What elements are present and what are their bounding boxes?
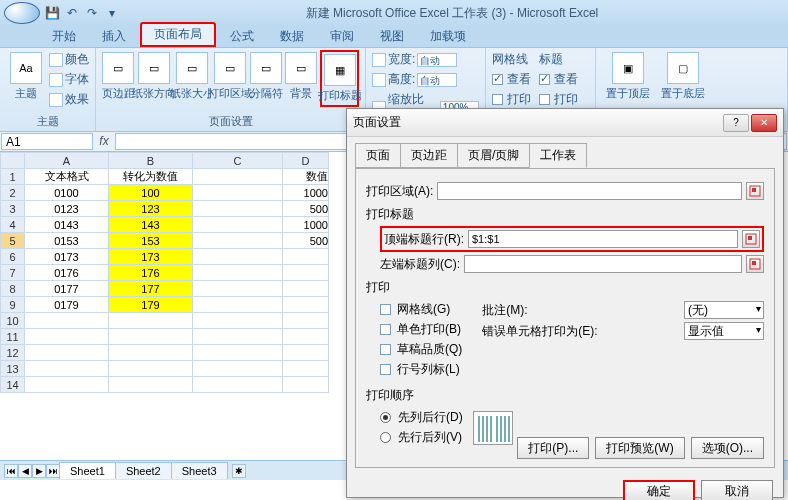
breaks-button[interactable]: ▭分隔符 [250,50,282,103]
cell[interactable] [193,185,283,201]
cell[interactable]: 177 [109,281,193,297]
cell[interactable] [193,281,283,297]
cell[interactable]: 转化为数值 [109,169,193,185]
sheet-tab-3[interactable]: Sheet3 [171,462,228,479]
cell[interactable]: 176 [109,265,193,281]
cell[interactable]: 0100 [25,185,109,201]
print-area-button[interactable]: ▭打印区域 [213,50,248,103]
fx-icon[interactable]: fx [94,132,114,151]
row-header[interactable]: 7 [1,265,25,281]
cell[interactable]: 173 [109,249,193,265]
chk-gridlines[interactable]: 网格线(G) [380,301,462,318]
cell[interactable] [193,169,283,185]
tab-insert[interactable]: 插入 [90,26,138,47]
headings-view-chk[interactable]: 查看 [539,70,578,89]
grid[interactable]: A B C D 1文本格式转化为数值数值20100100100030123123… [0,152,329,393]
col-header-c[interactable]: C [193,153,283,169]
height-combo[interactable]: 自动 [417,73,457,87]
tab-addins[interactable]: 加载项 [418,26,478,47]
row-header[interactable]: 5 [1,233,25,249]
cell[interactable]: 0177 [25,281,109,297]
dlg-tab-page[interactable]: 页面 [355,143,401,168]
qat-dropdown-icon[interactable]: ▾ [104,5,120,21]
chk-mono[interactable]: 单色打印(B) [380,321,462,338]
print-area-ref-icon[interactable] [746,182,764,200]
row-header[interactable]: 9 [1,297,25,313]
theme-fonts[interactable]: 字体 [49,70,89,89]
insert-sheet-icon[interactable]: ✱ [232,464,246,478]
name-box[interactable]: A1 [1,133,93,150]
cell[interactable]: 100 [109,185,193,201]
theme-effects[interactable]: 效果 [49,90,89,109]
left-col-ref-icon[interactable] [746,255,764,273]
cell[interactable]: 153 [109,233,193,249]
tab-view[interactable]: 视图 [368,26,416,47]
left-col-input[interactable] [464,255,742,273]
tab-nav-prev[interactable]: ◀ [18,464,32,478]
size-button[interactable]: ▭纸张大小 [175,50,210,103]
col-header-d[interactable]: D [283,153,329,169]
print-button[interactable]: 打印(P)... [517,437,589,459]
cell[interactable]: 数值 [283,169,329,185]
sheet-tab-2[interactable]: Sheet2 [115,462,172,479]
tab-review[interactable]: 审阅 [318,26,366,47]
cell[interactable]: 500 [283,233,329,249]
cell[interactable]: 文本格式 [25,169,109,185]
undo-icon[interactable]: ↶ [64,5,80,21]
row-header[interactable]: 11 [1,329,25,345]
row-header[interactable]: 14 [1,377,25,393]
chk-rowcol[interactable]: 行号列标(L) [380,361,462,378]
dlg-tab-headerfooter[interactable]: 页眉/页脚 [457,143,530,168]
cell[interactable] [193,297,283,313]
row-header[interactable]: 6 [1,249,25,265]
sheet-tab-1[interactable]: Sheet1 [59,462,116,479]
width-combo[interactable]: 自动 [417,53,457,67]
ok-button[interactable]: 确定 [623,480,695,500]
radio-over-down[interactable]: 先行后列(V) [380,429,463,446]
cell[interactable]: 1000 [283,217,329,233]
margins-button[interactable]: ▭页边距 [102,50,134,103]
tab-data[interactable]: 数据 [268,26,316,47]
row-header[interactable]: 3 [1,201,25,217]
top-row-input[interactable] [468,230,738,248]
tab-home[interactable]: 开始 [40,26,88,47]
cell[interactable]: 1000 [283,185,329,201]
row-header[interactable]: 13 [1,361,25,377]
cell[interactable] [283,265,329,281]
cell[interactable]: 0143 [25,217,109,233]
dialog-titlebar[interactable]: 页面设置 ? ✕ [347,109,783,137]
errors-select[interactable]: 显示值 [684,322,764,340]
cell[interactable]: 123 [109,201,193,217]
cell[interactable] [193,201,283,217]
theme-colors[interactable]: 颜色 [49,50,89,69]
chk-draft[interactable]: 草稿品质(Q) [380,341,462,358]
top-row-ref-icon[interactable] [742,230,760,248]
gridlines-view-chk[interactable]: 查看 [492,70,531,89]
cell[interactable]: 0123 [25,201,109,217]
cancel-button[interactable]: 取消 [701,480,773,500]
dlg-tab-margins[interactable]: 页边距 [400,143,458,168]
row-header[interactable]: 1 [1,169,25,185]
cell[interactable]: 143 [109,217,193,233]
row-header[interactable]: 2 [1,185,25,201]
office-button[interactable] [4,2,40,24]
headings-print-chk[interactable]: 打印 [539,90,578,109]
cell[interactable]: 500 [283,201,329,217]
send-back-button[interactable]: ▢置于底层 [657,50,709,103]
row-header[interactable]: 10 [1,313,25,329]
row-header[interactable]: 4 [1,217,25,233]
orientation-button[interactable]: ▭纸张方向 [137,50,172,103]
cell[interactable] [193,233,283,249]
cell[interactable] [283,249,329,265]
row-header[interactable]: 12 [1,345,25,361]
tab-page-layout[interactable]: 页面布局 [140,22,216,47]
print-area-input[interactable] [437,182,742,200]
preview-button[interactable]: 打印预览(W) [595,437,684,459]
cell[interactable] [193,249,283,265]
cell[interactable]: 0176 [25,265,109,281]
row-header[interactable]: 8 [1,281,25,297]
cell[interactable]: 179 [109,297,193,313]
gridlines-print-chk[interactable]: 打印 [492,90,531,109]
cell[interactable]: 0173 [25,249,109,265]
tab-nav-last[interactable]: ⏭ [46,464,60,478]
